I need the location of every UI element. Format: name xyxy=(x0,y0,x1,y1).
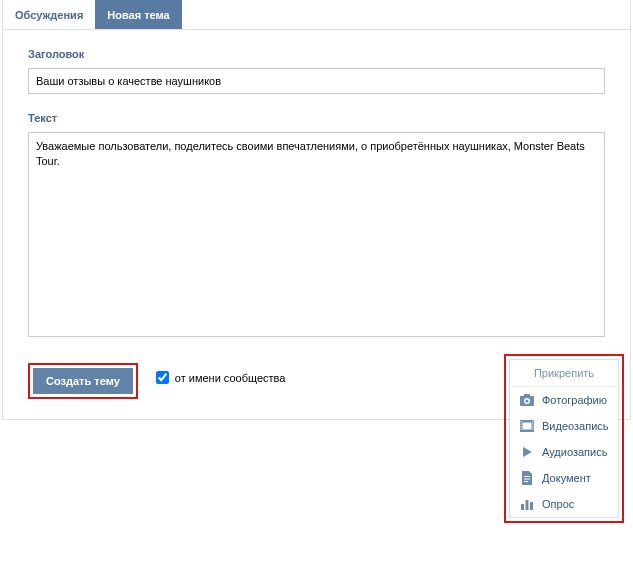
svg-point-3 xyxy=(525,399,528,402)
create-topic-button[interactable]: Создать тему xyxy=(33,368,133,394)
svg-rect-9 xyxy=(521,429,522,430)
svg-rect-5 xyxy=(523,423,532,430)
text-label: Текст xyxy=(28,112,605,124)
attach-video[interactable]: Видеозапись xyxy=(510,413,618,439)
svg-rect-11 xyxy=(532,424,533,425)
svg-rect-12 xyxy=(532,426,533,427)
attach-panel: Прикрепить Фотографию Видеозапись Аудиоз… xyxy=(509,359,619,518)
attach-audio[interactable]: Аудиозапись xyxy=(510,439,618,465)
svg-rect-8 xyxy=(521,426,522,427)
attach-label: Фотографию xyxy=(542,394,607,406)
title-label: Заголовок xyxy=(28,48,605,60)
attach-label: Опрос xyxy=(542,498,574,510)
svg-rect-7 xyxy=(521,424,522,425)
svg-rect-18 xyxy=(521,504,524,510)
svg-rect-16 xyxy=(524,479,530,480)
text-textarea[interactable] xyxy=(28,132,605,337)
svg-rect-19 xyxy=(526,500,529,510)
tab-new-topic[interactable]: Новая тема xyxy=(95,0,181,29)
attach-label: Видеозапись xyxy=(542,420,609,432)
attach-photo[interactable]: Фотографию xyxy=(510,387,618,413)
film-icon xyxy=(520,419,534,433)
svg-rect-20 xyxy=(530,502,533,510)
poll-icon xyxy=(520,497,534,511)
attach-label: Аудиозапись xyxy=(542,446,607,458)
document-icon xyxy=(520,471,534,485)
attach-label: Документ xyxy=(542,472,591,484)
svg-rect-6 xyxy=(521,421,522,422)
tab-discussions[interactable]: Обсуждения xyxy=(3,0,95,29)
new-topic-card: Обсуждения Новая тема Заголовок Текст Со… xyxy=(2,0,631,420)
play-icon xyxy=(520,445,534,459)
footer: Создать тему от имени сообщества Прикреп… xyxy=(3,349,630,419)
community-checkbox-wrap[interactable]: от имени сообщества xyxy=(156,371,286,384)
community-checkbox[interactable] xyxy=(156,371,169,384)
svg-rect-15 xyxy=(524,476,530,477)
attach-document[interactable]: Документ xyxy=(510,465,618,491)
svg-rect-17 xyxy=(524,481,528,482)
camera-icon xyxy=(520,393,534,407)
svg-rect-13 xyxy=(532,429,533,430)
title-input[interactable] xyxy=(28,68,605,94)
attach-poll[interactable]: Опрос xyxy=(510,491,618,517)
attach-header: Прикрепить xyxy=(510,360,618,387)
svg-rect-1 xyxy=(524,394,530,397)
tabs-bar: Обсуждения Новая тема xyxy=(3,0,630,30)
svg-marker-14 xyxy=(523,447,532,457)
highlight-create: Создать тему xyxy=(28,363,138,399)
form-area: Заголовок Текст xyxy=(3,30,630,349)
svg-rect-10 xyxy=(532,421,533,422)
community-checkbox-label: от имени сообщества xyxy=(175,372,286,384)
